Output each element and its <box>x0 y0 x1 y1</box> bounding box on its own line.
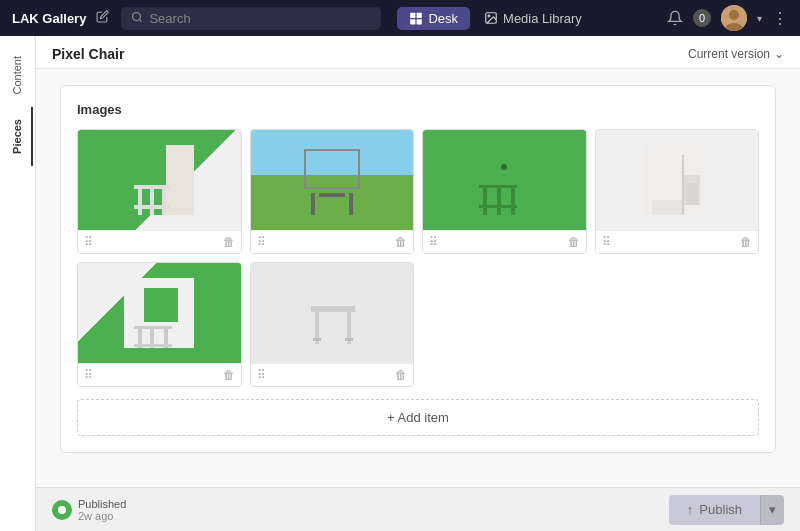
status-dot <box>52 500 72 520</box>
avatar-chevron-icon[interactable]: ▾ <box>757 13 762 24</box>
svg-rect-13 <box>138 187 142 215</box>
svg-rect-35 <box>144 288 178 322</box>
tab-desk-label: Desk <box>428 11 458 26</box>
svg-rect-16 <box>134 205 170 209</box>
svg-rect-15 <box>162 187 166 215</box>
svg-rect-40 <box>134 326 172 329</box>
delete-icon[interactable]: 🗑 <box>395 235 407 249</box>
drag-handle-icon[interactable]: ⠿ <box>257 368 266 382</box>
image-thumb <box>78 130 241 230</box>
tab-desk[interactable]: Desk <box>397 7 470 30</box>
add-item-button[interactable]: + Add item <box>77 399 759 436</box>
svg-rect-3 <box>417 13 422 18</box>
publish-icon: ↑ <box>687 502 694 517</box>
sidebar-tab-pieces[interactable]: Pieces <box>3 107 33 166</box>
image-controls: ⠿ 🗑 <box>251 230 414 253</box>
notifications-icon[interactable] <box>667 10 683 26</box>
delete-icon[interactable]: 🗑 <box>568 235 580 249</box>
image-item: ⠿ 🗑 <box>595 129 760 254</box>
svg-rect-21 <box>319 193 345 197</box>
svg-rect-17 <box>134 185 170 189</box>
search-icon <box>131 11 143 26</box>
main-layout: Content Pieces Pixel Chair Current versi… <box>0 36 800 531</box>
image-thumb <box>251 263 414 363</box>
search-box[interactable] <box>121 7 381 30</box>
svg-rect-42 <box>311 306 355 312</box>
svg-rect-23 <box>483 187 487 215</box>
notification-badge: 0 <box>693 9 711 27</box>
svg-rect-12 <box>166 145 194 215</box>
version-selector[interactable]: Current version ⌄ <box>688 47 784 61</box>
delete-icon[interactable]: 🗑 <box>395 368 407 382</box>
svg-rect-30 <box>682 155 684 215</box>
svg-rect-33 <box>652 200 682 215</box>
bottom-bar: Published 2w ago ↑ Publish ▾ <box>36 487 800 531</box>
svg-rect-39 <box>134 344 172 347</box>
svg-rect-5 <box>417 19 422 24</box>
svg-line-1 <box>140 19 142 21</box>
images-section-title: Images <box>77 102 759 117</box>
svg-point-9 <box>729 10 739 20</box>
image-item: ⠿ 🗑 <box>250 262 415 387</box>
content-area: Pixel Chair Current version ⌄ Images <box>36 36 800 531</box>
svg-rect-45 <box>313 338 321 341</box>
svg-rect-14 <box>150 187 154 215</box>
svg-rect-24 <box>497 187 501 215</box>
tab-media-library-label: Media Library <box>503 11 582 26</box>
topnav: LAK Gallery Desk Media Library 0 ▾ ⋮ <box>0 0 800 36</box>
image-thumb <box>78 263 241 363</box>
search-input[interactable] <box>149 11 371 26</box>
svg-rect-20 <box>349 193 353 215</box>
tab-media-library[interactable]: Media Library <box>472 7 594 30</box>
drag-handle-icon[interactable]: ⠿ <box>429 235 438 249</box>
image-controls: ⠿ 🗑 <box>596 230 759 253</box>
svg-rect-22 <box>469 145 539 215</box>
publish-btn-group: ↑ Publish ▾ <box>669 495 784 525</box>
image-controls: ⠿ 🗑 <box>78 363 241 386</box>
drag-handle-icon[interactable]: ⠿ <box>602 235 611 249</box>
drag-handle-icon[interactable]: ⠿ <box>84 235 93 249</box>
publish-status: Published 2w ago <box>52 498 126 522</box>
sidebar-tab-content[interactable]: Content <box>3 44 33 107</box>
delete-icon[interactable]: 🗑 <box>223 235 235 249</box>
status-time: 2w ago <box>78 510 126 522</box>
topnav-right: 0 ▾ ⋮ <box>667 5 788 31</box>
svg-point-28 <box>501 164 507 170</box>
version-chevron-icon: ⌄ <box>774 47 784 61</box>
avatar[interactable] <box>721 5 747 31</box>
drag-handle-icon[interactable]: ⠿ <box>257 235 266 249</box>
svg-rect-4 <box>411 19 416 24</box>
image-item: ⠿ 🗑 <box>77 129 242 254</box>
delete-icon[interactable]: 🗑 <box>223 368 235 382</box>
image-controls: ⠿ 🗑 <box>251 363 414 386</box>
svg-rect-2 <box>411 13 416 18</box>
svg-rect-41 <box>297 278 367 348</box>
image-item: ⠿ 🗑 <box>422 129 587 254</box>
image-controls: ⠿ 🗑 <box>78 230 241 253</box>
svg-point-7 <box>488 15 490 17</box>
nav-tabs: Desk Media Library <box>397 7 593 30</box>
images-grid: ⠿ 🗑 <box>77 129 759 387</box>
svg-point-0 <box>133 12 141 20</box>
svg-rect-26 <box>479 205 517 208</box>
edit-icon[interactable] <box>96 10 109 26</box>
images-section: Images <box>60 85 776 453</box>
scroll-area[interactable]: Images <box>36 69 800 487</box>
image-item: ⠿ 🗑 <box>250 129 415 254</box>
more-icon[interactable]: ⋮ <box>772 9 788 28</box>
svg-rect-25 <box>511 187 515 215</box>
publish-chevron-button[interactable]: ▾ <box>760 495 784 525</box>
image-thumb <box>596 130 759 230</box>
sidebar-tabs: Content Pieces <box>0 36 36 531</box>
status-label: Published <box>78 498 126 510</box>
svg-rect-19 <box>311 193 315 215</box>
publish-button[interactable]: ↑ Publish <box>669 495 760 525</box>
svg-rect-32 <box>686 183 698 205</box>
svg-rect-27 <box>479 185 517 188</box>
svg-rect-46 <box>345 338 353 341</box>
drag-handle-icon[interactable]: ⠿ <box>84 368 93 382</box>
status-dot-inner <box>58 506 66 514</box>
app-logo: LAK Gallery <box>12 11 86 26</box>
svg-rect-18 <box>305 150 359 188</box>
delete-icon[interactable]: 🗑 <box>740 235 752 249</box>
